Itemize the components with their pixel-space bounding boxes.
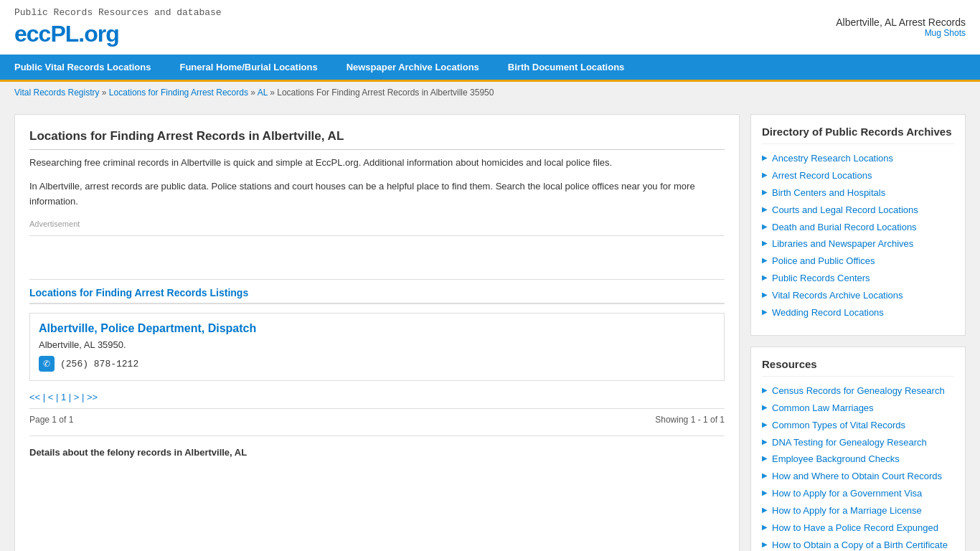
- nav-newspaper[interactable]: Newspaper Archive Locations: [332, 55, 494, 80]
- arrow-icon: ▶: [762, 273, 768, 281]
- pagination-info: Page 1 of 1 Showing 1 - 1 of 1: [29, 408, 725, 425]
- arrow-icon: ▶: [762, 454, 768, 462]
- breadcrumb-current: Locations For Finding Arrest Records in …: [277, 88, 494, 98]
- directory-links: ▶Ancestry Research Locations▶Arrest Reco…: [762, 153, 954, 319]
- felony-section-title: Details about the felony records in Albe…: [29, 447, 725, 458]
- sidebar-link[interactable]: Ancestry Research Locations: [772, 153, 893, 165]
- sidebar-link[interactable]: Birth Centers and Hospitals: [772, 187, 885, 199]
- nav-vital[interactable]: Public Vital Records Locations: [0, 55, 165, 80]
- bc-sep3: »: [270, 88, 277, 98]
- sidebar-link[interactable]: Courts and Legal Record Locations: [772, 204, 918, 217]
- sidebar-link-item: ▶Vital Records Archive Locations: [762, 290, 954, 302]
- bc-sep2: »: [250, 88, 257, 98]
- breadcrumb: Vital Records Registry » Locations for F…: [0, 82, 980, 103]
- sidebar-link[interactable]: Libraries and Newspaper Archives: [772, 238, 913, 250]
- breadcrumb-vital[interactable]: Vital Records Registry: [14, 88, 100, 98]
- sidebar-link-item: ▶How to Have a Police Record Expunged: [762, 522, 954, 534]
- intro-paragraph1: Researching free criminal records in Alb…: [29, 156, 725, 171]
- bc-sep1: »: [102, 88, 109, 98]
- arrow-icon: ▶: [762, 386, 768, 394]
- breadcrumb-arrest[interactable]: Locations for Finding Arrest Records: [109, 88, 248, 98]
- nav-funeral[interactable]: Funeral Home/Burial Locations: [165, 55, 331, 80]
- arrow-icon: ▶: [762, 154, 768, 161]
- sidebar-link-item: ▶Census Records for Genealogy Research: [762, 385, 954, 397]
- sidebar-link-item: ▶Employee Background Checks: [762, 453, 954, 466]
- city-title: Albertville, AL Arrest Records: [836, 17, 966, 28]
- sidebar-link-item: ▶How and Where to Obtain Court Records: [762, 471, 954, 483]
- sidebar-link[interactable]: DNA Testing for Genealogy Research: [772, 437, 927, 449]
- sidebar-link[interactable]: Census Records for Genealogy Research: [772, 385, 945, 397]
- sidebar-link-item: ▶Death and Burial Record Locations: [762, 222, 954, 234]
- nav-birth[interactable]: Birth Document Locations: [494, 55, 639, 80]
- arrow-icon: ▶: [762, 222, 768, 230]
- record-address: Albertville, AL 35950.: [39, 339, 715, 350]
- sidebar-link-item: ▶Common Types of Vital Records: [762, 420, 954, 432]
- sidebar-link[interactable]: Police and Public Offices: [772, 255, 875, 268]
- arrow-icon: ▶: [762, 438, 768, 446]
- site-logo[interactable]: eccPL.org: [14, 21, 222, 47]
- sidebar-link-item: ▶How to Apply for a Government Visa: [762, 488, 954, 500]
- logo-org: .org: [78, 21, 118, 47]
- record-name[interactable]: Albertville, Police Department, Dispatch: [39, 322, 715, 335]
- listings-title: Locations for Finding Arrest Records Lis…: [29, 287, 725, 304]
- sidebar-link[interactable]: Arrest Record Locations: [772, 170, 872, 182]
- sidebar-link[interactable]: Public Records Centers: [772, 273, 870, 285]
- pagination[interactable]: << | < | 1 | > | >>: [29, 392, 725, 402]
- ad-divider: [29, 235, 725, 236]
- arrow-icon: ▶: [762, 489, 768, 496]
- showing-info: Showing 1 - 1 of 1: [655, 415, 725, 425]
- arrow-icon: ▶: [762, 205, 768, 213]
- arrow-icon: ▶: [762, 171, 768, 179]
- sidebar-link-item: ▶Courts and Legal Record Locations: [762, 204, 954, 217]
- arrow-icon: ▶: [762, 308, 768, 316]
- section-divider: [29, 435, 725, 436]
- advertisement-label: Advertisement: [29, 220, 725, 228]
- site-header: Public Records Resources and database ec…: [0, 0, 980, 55]
- sidebar-link[interactable]: How to Apply for a Government Visa: [772, 488, 922, 500]
- arrow-icon: ▶: [762, 239, 768, 247]
- arrow-icon: ▶: [762, 506, 768, 514]
- sidebar-link-item: ▶How to Obtain a Copy of a Birth Certifi…: [762, 540, 954, 551]
- sidebar-link[interactable]: Wedding Record Locations: [772, 307, 884, 319]
- sidebar-link-item: ▶Arrest Record Locations: [762, 170, 954, 182]
- resources-links: ▶Census Records for Genealogy Research▶C…: [762, 385, 954, 551]
- ad-space: [29, 243, 725, 272]
- sidebar-link[interactable]: Employee Background Checks: [772, 453, 900, 466]
- sidebar-link[interactable]: Common Law Marriages: [772, 402, 874, 415]
- arrow-icon: ▶: [762, 256, 768, 264]
- page-info: Page 1 of 1: [29, 415, 73, 425]
- arrow-icon: ▶: [762, 188, 768, 196]
- sidebar-link-item: ▶Ancestry Research Locations: [762, 153, 954, 165]
- sidebar-link[interactable]: How to Apply for a Marriage License: [772, 505, 922, 517]
- directory-title: Directory of Public Records Archives: [762, 126, 954, 144]
- sidebar-link[interactable]: Death and Burial Record Locations: [772, 222, 917, 234]
- record-card: Albertville, Police Department, Dispatch…: [29, 313, 725, 381]
- sidebar-link-item: ▶Police and Public Offices: [762, 255, 954, 268]
- intro-paragraph2: In Albertville, arrest records are publi…: [29, 179, 725, 209]
- sidebar-link[interactable]: How to Obtain a Copy of a Birth Certific…: [772, 540, 948, 551]
- sidebar-link[interactable]: Vital Records Archive Locations: [772, 290, 903, 302]
- mug-shots-link[interactable]: Mug Shots: [836, 28, 966, 38]
- phone-row: ✆ (256) 878-1212: [39, 356, 715, 372]
- sidebar-link-item: ▶Wedding Record Locations: [762, 307, 954, 319]
- sidebar: Directory of Public Records Archives ▶An…: [750, 114, 966, 551]
- sidebar-link-item: ▶How to Apply for a Marriage License: [762, 505, 954, 517]
- arrow-icon: ▶: [762, 471, 768, 479]
- logo-ecc: ecc: [14, 21, 50, 47]
- sidebar-link[interactable]: How and Where to Obtain Court Records: [772, 471, 942, 483]
- phone-icon: ✆: [39, 356, 55, 372]
- directory-box: Directory of Public Records Archives ▶An…: [750, 114, 966, 336]
- site-tagline: Public Records Resources and database: [14, 7, 222, 18]
- sidebar-link-item: ▶Birth Centers and Hospitals: [762, 187, 954, 199]
- resources-box: Resources ▶Census Records for Genealogy …: [750, 347, 966, 551]
- phone-number[interactable]: (256) 878-1212: [60, 359, 138, 369]
- main-container: Locations for Finding Arrest Records in …: [0, 103, 980, 551]
- sidebar-link[interactable]: Common Types of Vital Records: [772, 420, 905, 432]
- sidebar-link-item: ▶Public Records Centers: [762, 273, 954, 285]
- sidebar-link[interactable]: How to Have a Police Record Expunged: [772, 522, 938, 534]
- breadcrumb-al[interactable]: AL: [258, 88, 268, 98]
- header-right: Albertville, AL Arrest Records Mug Shots: [836, 17, 966, 38]
- arrow-icon: ▶: [762, 420, 768, 428]
- resources-title: Resources: [762, 358, 954, 377]
- logo-area: Public Records Resources and database ec…: [14, 7, 222, 47]
